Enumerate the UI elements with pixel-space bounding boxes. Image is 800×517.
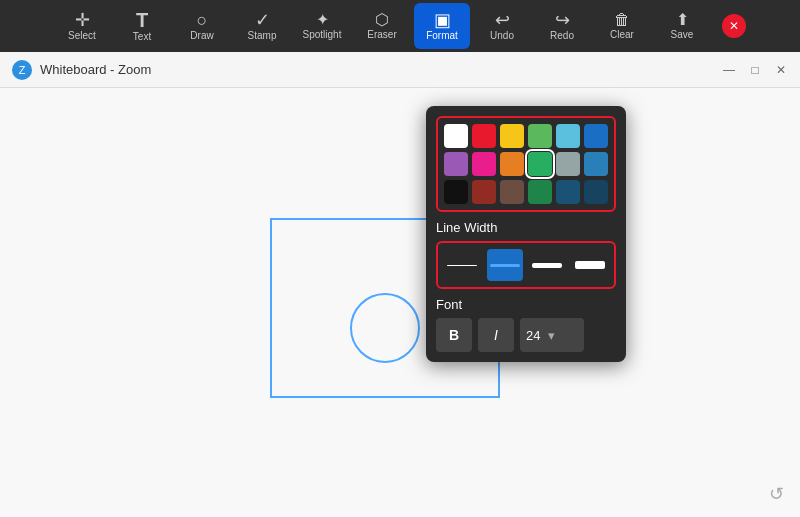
save-label: Save: [671, 30, 694, 40]
line-width-container: [436, 241, 616, 289]
line-width-thin[interactable]: [444, 249, 481, 281]
text-label: Text: [133, 32, 151, 42]
color-swatch-green-light[interactable]: [528, 124, 552, 148]
line-width-medium[interactable]: [487, 249, 524, 281]
color-swatch-yellow[interactable]: [500, 124, 524, 148]
color-swatch-red[interactable]: [472, 124, 496, 148]
spotlight-label: Spotlight: [303, 30, 342, 40]
format-label: Format: [426, 31, 458, 41]
color-swatch-dark-red[interactable]: [472, 180, 496, 204]
format-icon: ▣: [434, 11, 451, 29]
text-icon: T: [136, 10, 148, 30]
minimize-button[interactable]: —: [722, 63, 736, 77]
window-app-icon: Z: [12, 60, 32, 80]
window-close-button[interactable]: ✕: [774, 63, 788, 77]
tool-redo[interactable]: ↪ Redo: [534, 3, 590, 49]
color-swatch-white[interactable]: [444, 124, 468, 148]
window-controls: — □ ✕: [722, 63, 788, 77]
save-icon: ⬆: [676, 12, 689, 28]
undo-label: Undo: [490, 31, 514, 41]
font-size-select[interactable]: 24 ▾: [520, 318, 584, 352]
refresh-icon[interactable]: ↺: [769, 483, 784, 505]
tool-save[interactable]: ⬆ Save: [654, 3, 710, 49]
color-swatch-dark-blue[interactable]: [584, 180, 608, 204]
select-label: Select: [68, 31, 96, 41]
undo-icon: ↩: [495, 11, 510, 29]
tool-eraser[interactable]: ⬡ Eraser: [354, 3, 410, 49]
color-swatch-dark-green[interactable]: [528, 180, 552, 204]
window-area: Z Whiteboard - Zoom — □ ✕ ↺ Line Width: [0, 52, 800, 517]
eraser-label: Eraser: [367, 30, 396, 40]
redo-label: Redo: [550, 31, 574, 41]
stamp-label: Stamp: [248, 31, 277, 41]
line-width-xthick[interactable]: [572, 249, 609, 281]
color-swatch-green-dark[interactable]: [528, 152, 552, 176]
format-panel: Line Width Font B I 24: [426, 106, 626, 362]
italic-button[interactable]: I: [478, 318, 514, 352]
clear-icon: 🗑: [614, 12, 630, 28]
maximize-button[interactable]: □: [748, 63, 762, 77]
tool-clear[interactable]: 🗑 Clear: [594, 3, 650, 49]
line-width-label: Line Width: [436, 220, 616, 235]
color-grid-container: [436, 116, 616, 212]
clear-label: Clear: [610, 30, 634, 40]
font-label: Font: [436, 297, 616, 312]
bold-button[interactable]: B: [436, 318, 472, 352]
color-swatch-teal[interactable]: [556, 124, 580, 148]
color-swatch-gray[interactable]: [556, 152, 580, 176]
canvas-circle: [350, 293, 420, 363]
tool-text[interactable]: T Text: [114, 3, 170, 49]
toolbar: ✛ Select T Text ○ Draw ✓ Stamp ✦ Spotlig…: [0, 0, 800, 52]
color-grid: [444, 124, 608, 204]
font-controls: B I 24 ▾: [436, 318, 616, 352]
tool-select[interactable]: ✛ Select: [54, 3, 110, 49]
line-width-thick[interactable]: [529, 249, 566, 281]
color-swatch-brown[interactable]: [500, 180, 524, 204]
tool-draw[interactable]: ○ Draw: [174, 3, 230, 49]
tool-format[interactable]: ▣ Format: [414, 3, 470, 49]
color-swatch-black[interactable]: [444, 180, 468, 204]
draw-label: Draw: [190, 31, 213, 41]
tool-undo[interactable]: ↩ Undo: [474, 3, 530, 49]
canvas-area[interactable]: ↺: [0, 88, 800, 517]
tool-stamp[interactable]: ✓ Stamp: [234, 3, 290, 49]
eraser-icon: ⬡: [375, 12, 389, 28]
window-chrome: Z Whiteboard - Zoom — □ ✕: [0, 52, 800, 88]
color-swatch-blue[interactable]: [584, 124, 608, 148]
draw-icon: ○: [197, 11, 208, 29]
window-title: Whiteboard - Zoom: [40, 62, 722, 77]
color-swatch-blue2[interactable]: [584, 152, 608, 176]
stamp-icon: ✓: [255, 11, 270, 29]
color-swatch-purple[interactable]: [444, 152, 468, 176]
color-swatch-pink[interactable]: [472, 152, 496, 176]
spotlight-icon: ✦: [316, 12, 329, 28]
tool-spotlight[interactable]: ✦ Spotlight: [294, 3, 350, 49]
color-swatch-navy[interactable]: [556, 180, 580, 204]
redo-icon: ↪: [555, 11, 570, 29]
color-swatch-orange[interactable]: [500, 152, 524, 176]
select-icon: ✛: [75, 11, 90, 29]
close-button[interactable]: ✕: [722, 14, 746, 38]
